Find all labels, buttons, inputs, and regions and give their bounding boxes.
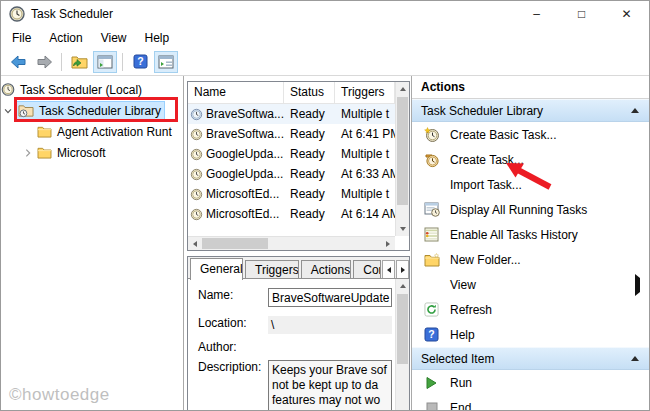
tree-agent-label: Agent Activation Runt	[57, 125, 172, 139]
task-clock-icon	[190, 208, 203, 221]
show-action-pane-icon[interactable]	[154, 51, 178, 73]
table-row[interactable]: BraveSoftwa... Ready Multiple t	[188, 104, 395, 124]
details-vertical-scrollbar[interactable]	[395, 279, 409, 411]
menu-file[interactable]: File	[3, 27, 40, 48]
menu-view[interactable]: View	[92, 27, 136, 48]
cell-name: MicrosoftEd...	[206, 207, 279, 221]
collapse-arrow-icon[interactable]	[631, 108, 639, 113]
scroll-up-icon[interactable]	[396, 279, 410, 293]
author-label: Author:	[198, 340, 268, 354]
task-details-pane: General Triggers Actions Con Name: Brave…	[187, 256, 410, 411]
action-run[interactable]: Run	[412, 370, 649, 395]
help-toolbar-icon[interactable]: ?	[128, 51, 152, 73]
scroll-up-icon[interactable]	[396, 82, 410, 96]
task-list: Name Status Triggers BraveSoftwa... Read…	[187, 81, 410, 251]
run-icon	[423, 374, 440, 391]
cell-name: GoogleUpda...	[206, 147, 283, 161]
cell-name: BraveSoftwa...	[206, 127, 284, 141]
table-row[interactable]: BraveSoftwa... Ready At 6:41 PM	[188, 124, 395, 144]
action-label: New Folder...	[450, 253, 521, 267]
task-location-value: \	[268, 316, 392, 334]
minimize-button[interactable]: –	[514, 1, 559, 27]
cell-name: GoogleUpda...	[206, 167, 283, 181]
action-label: View	[450, 278, 476, 292]
scroll-left-icon[interactable]	[188, 237, 202, 251]
task-clock-icon	[190, 108, 203, 121]
description-line: features may not wo	[272, 393, 388, 408]
back-arrow-icon[interactable]	[6, 51, 30, 73]
tab-general[interactable]: General	[190, 258, 243, 280]
tree-microsoft-label: Microsoft	[57, 146, 106, 160]
action-label: Enable All Tasks History	[450, 228, 578, 242]
export-folder-icon[interactable]	[67, 51, 91, 73]
group-header-selected-item[interactable]: Selected Item	[412, 347, 649, 370]
toolbar: ?	[1, 48, 649, 76]
scrollbar-thumb[interactable]	[202, 238, 268, 249]
show-console-tree-icon[interactable]	[93, 51, 117, 73]
close-button[interactable]: ✕	[604, 1, 649, 27]
task-list-vertical-scrollbar[interactable]	[395, 82, 409, 236]
tab-actions[interactable]: Actions	[301, 260, 351, 279]
submenu-arrow-icon	[635, 278, 640, 292]
forward-arrow-icon[interactable]	[32, 51, 56, 73]
main-content: Task Scheduler (Local) Task Scheduler Li…	[1, 76, 649, 411]
table-row[interactable]: GoogleUpda... Ready At 6:33 AM	[188, 164, 395, 184]
menu-action[interactable]: Action	[40, 27, 91, 48]
middle-pane: Name Status Triggers BraveSoftwa... Read…	[184, 76, 411, 411]
details-tabstrip: General Triggers Actions Con	[188, 257, 409, 279]
task-clock-icon	[190, 168, 203, 181]
menu-bar: File Action View Help	[1, 27, 649, 48]
description-label: Description:	[198, 360, 268, 411]
tab-scroll-left-icon[interactable]	[382, 260, 395, 279]
action-refresh[interactable]: Refresh	[412, 297, 649, 322]
scrollbar-thumb[interactable]	[397, 97, 408, 205]
menu-help[interactable]: Help	[136, 27, 179, 48]
action-view[interactable]: View	[412, 272, 649, 297]
chevron-right-icon[interactable]	[21, 148, 35, 158]
cell-status: Ready	[284, 207, 335, 221]
app-clock-icon	[9, 6, 25, 22]
column-header-status[interactable]: Status	[284, 82, 335, 103]
create-basic-task-icon	[423, 126, 440, 143]
collapse-arrow-icon[interactable]	[631, 356, 639, 361]
cell-status: Ready	[284, 187, 335, 201]
tree-item-microsoft[interactable]: Microsoft	[1, 142, 183, 163]
no-icon	[423, 176, 440, 193]
task-list-horizontal-scrollbar[interactable]	[188, 236, 395, 250]
maximize-button[interactable]: □	[559, 1, 604, 27]
scroll-right-icon[interactable]	[381, 237, 395, 251]
tree-item-agent[interactable]: Agent Activation Runt	[1, 121, 183, 142]
task-name-field[interactable]: BraveSoftwareUpdate	[268, 288, 392, 307]
action-label: Display All Running Tasks	[450, 203, 587, 217]
action-help[interactable]: ? Help	[412, 322, 649, 347]
svg-text:?: ?	[137, 55, 143, 67]
table-row[interactable]: MicrosoftEd... Ready Multiple t	[188, 184, 395, 204]
folder-icon	[37, 125, 52, 138]
action-create-basic-task[interactable]: Create Basic Task...	[412, 122, 649, 147]
action-new-folder[interactable]: New Folder...	[412, 247, 649, 272]
action-label: Create Basic Task...	[450, 128, 557, 142]
action-end[interactable]: End	[412, 395, 649, 411]
group-header-library[interactable]: Task Scheduler Library	[412, 99, 649, 122]
column-header-name[interactable]: Name	[188, 82, 284, 103]
cell-triggers: Multiple t	[335, 187, 395, 201]
location-label: Location:	[198, 316, 268, 334]
scroll-down-icon[interactable]	[396, 222, 410, 236]
cell-status: Ready	[284, 147, 335, 161]
action-display-all-running-tasks[interactable]: Display All Running Tasks	[412, 197, 649, 222]
chevron-down-icon[interactable]	[1, 106, 15, 116]
tree-root-label: Task Scheduler (Local)	[20, 83, 142, 97]
scrollbar-thumb[interactable]	[397, 294, 408, 364]
action-label: Run	[450, 376, 472, 390]
table-row[interactable]: GoogleUpda... Ready Multiple t	[188, 144, 395, 164]
task-description-field[interactable]: Keeps your Brave sof not be kept up to d…	[268, 360, 392, 411]
tab-conditions[interactable]: Con	[353, 260, 381, 279]
tab-triggers[interactable]: Triggers	[245, 260, 299, 279]
tab-scroll-right-icon[interactable]	[396, 260, 409, 279]
action-enable-all-tasks-history[interactable]: Enable All Tasks History	[412, 222, 649, 247]
new-folder-icon	[423, 251, 440, 268]
end-icon	[423, 399, 440, 411]
table-row[interactable]: MicrosoftEd... Ready At 6:14 AM	[188, 204, 395, 224]
column-header-triggers[interactable]: Triggers	[335, 82, 395, 103]
svg-text:?: ?	[428, 328, 434, 340]
